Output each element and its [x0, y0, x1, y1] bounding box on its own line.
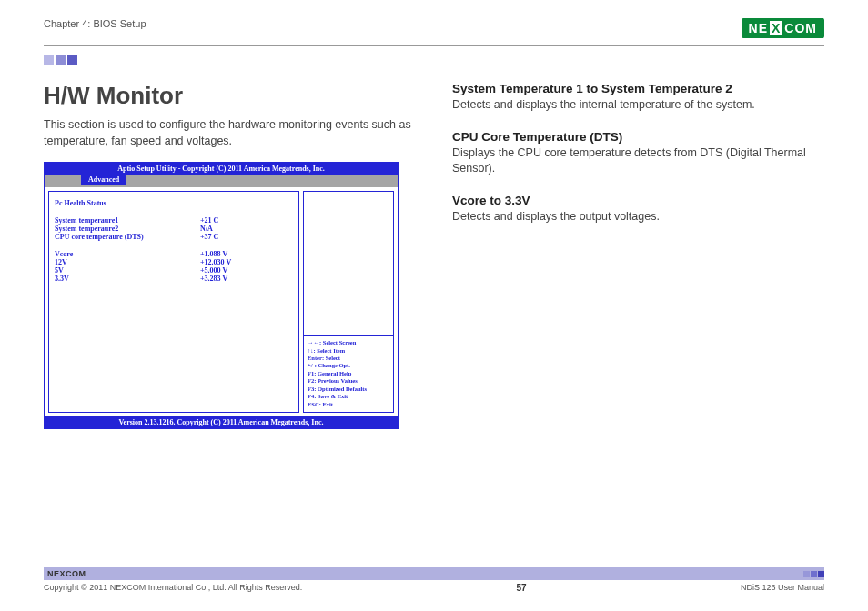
- bios-row: 3.3V+3.283 V: [55, 275, 293, 283]
- bios-footer: Version 2.13.1216. Copyright (C) 2011 Am…: [45, 416, 398, 428]
- section-title: CPU Core Temperature (DTS): [452, 130, 824, 144]
- bios-section-heading: Pc Health Status: [55, 199, 293, 207]
- manual-name: NDiS 126 User Manual: [741, 583, 824, 593]
- page-number: 57: [517, 583, 527, 593]
- accent-blocks: [44, 55, 824, 65]
- bios-side-panel: →←: Select Screen ↑↓: Select Item Enter:…: [303, 191, 394, 413]
- intro-text: This section is used to configure the ha…: [44, 117, 416, 149]
- bios-screenshot: Aptio Setup Utility - Copyright (C) 2011…: [44, 162, 399, 429]
- bios-row: 5V+5.000 V: [55, 266, 293, 275]
- bios-row: CPU core temperaure (DTS)+37 C: [55, 233, 293, 241]
- footer-bar: NEXCOM: [44, 567, 824, 580]
- bios-row: Vcore+1.088 V: [55, 250, 293, 258]
- section-body: Displays the CPU core temperature detect…: [452, 145, 824, 177]
- bios-tabrow: Advanced: [45, 175, 398, 187]
- header-divider: [44, 45, 824, 46]
- logo-x: X: [770, 21, 782, 35]
- brand-logo: NEXCOM: [742, 18, 824, 38]
- logo-left: NE: [749, 21, 768, 35]
- section-title: System Temperature 1 to System Temperatu…: [452, 82, 824, 95]
- bios-titlebar: Aptio Setup Utility - Copyright (C) 2011…: [45, 163, 398, 175]
- bios-row: 12V+12.030 V: [55, 258, 293, 266]
- chapter-label: Chapter 4: BIOS Setup: [44, 18, 146, 29]
- bios-tab-advanced: Advanced: [81, 175, 126, 185]
- section-title: Vcore to 3.3V: [452, 194, 824, 207]
- bios-row: System temperaure2N/A: [55, 225, 293, 233]
- bios-main-panel: Pc Health Status System temperaure1+21 C…: [48, 191, 299, 413]
- footer-logo: NEXCOM: [47, 569, 86, 578]
- bios-row: System temperaure1+21 C: [55, 216, 293, 225]
- section-body: Detects and displays the internal temper…: [452, 97, 824, 114]
- copyright-text: Copyright © 2011 NEXCOM International Co…: [44, 583, 302, 593]
- bios-help-keys: →←: Select Screen ↑↓: Select Item Enter:…: [304, 335, 393, 412]
- logo-right: COM: [784, 21, 817, 35]
- footer-accent-icon: [802, 571, 824, 577]
- page-title: H/W Monitor: [44, 82, 416, 110]
- section-body: Detects and displays the output voltages…: [452, 209, 824, 225]
